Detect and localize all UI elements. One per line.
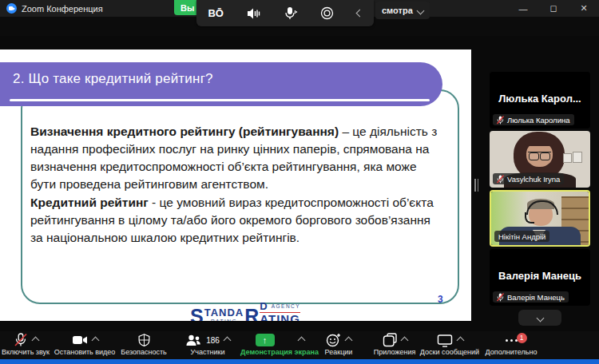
participant-name-plate: Люлька Каролина (493, 114, 574, 125)
toolbar-label: Доски сообщений (420, 348, 479, 356)
taskbar-edge (0, 359, 599, 364)
window-title: Zoom Конференция (22, 4, 103, 14)
shield-icon (137, 333, 151, 347)
mic-muted-icon (497, 175, 504, 184)
participant-name-plate: Нікітін Андрій (494, 231, 549, 242)
participant-name-plate: Vasylchuk Iryna (493, 173, 564, 184)
audio-options-chevron[interactable] (31, 336, 39, 344)
standard-rating-logo: S TANDA RATING R D AGENCY ATING (190, 301, 300, 321)
participants-button[interactable]: 186 Участники (169, 333, 246, 356)
reactions-smiley-icon (326, 333, 341, 347)
meeting-toolbar: Включить звук Остановить видео Безопасно… (0, 331, 599, 359)
view-options-dropdown[interactable]: смотра (375, 2, 430, 19)
close-icon[interactable]: ✕ (569, 3, 599, 14)
collapse-panel-icon[interactable] (355, 10, 363, 18)
slide-body-text: Визначення кредитного рейтингу (рейтингу… (30, 123, 444, 247)
floating-meeting-controls: BŌ (196, 0, 374, 26)
participant-label: Люлька Каролина (507, 116, 570, 125)
view-options-label: смотра (382, 6, 413, 15)
logo-letter-s: S (190, 308, 204, 321)
recording-status-icon[interactable] (320, 6, 334, 20)
toolbar-label: Безопасность (121, 348, 166, 356)
share-screen-icon: ↑ (256, 334, 275, 346)
reactions-chevron[interactable] (345, 336, 353, 344)
maximize-icon[interactable]: ◻ (538, 3, 569, 14)
toolbar-label: Дополнительно (486, 348, 538, 356)
participant-tile[interactable]: Vasylchuk Iryna (490, 131, 590, 188)
slide-page-number: 3 (438, 294, 443, 305)
participant-label: Нікітін Андрій (498, 232, 545, 241)
zoom-logo-icon (6, 3, 17, 14)
logo-rating-small: RATING (211, 318, 237, 321)
minimize-icon[interactable]: — (508, 4, 538, 14)
breakout-rooms-icon[interactable]: BŌ (208, 7, 224, 19)
gallery-collapse-button[interactable] (518, 310, 561, 326)
whiteboards-chevron[interactable] (456, 336, 464, 344)
presentation-slide: 2. Що таке кредитний рейтинг? Визначення… (0, 49, 471, 321)
speaker-icon[interactable] (247, 7, 261, 20)
participant-tile[interactable]: Люлька Карол... Люлька Каролина (490, 72, 590, 129)
participants-chevron[interactable] (223, 336, 231, 344)
participant-display-name: Валерія Манець (490, 270, 590, 282)
participants-count: 186 (206, 336, 220, 345)
participant-label: Vasylchuk Iryna (507, 175, 560, 184)
notification-badge: 1 (517, 333, 527, 343)
participant-tile-active-speaker[interactable]: Нікітін Андрій (490, 190, 590, 247)
mic-muted-icon (497, 293, 504, 302)
apps-icon (383, 333, 397, 347)
toolbar-label: Участники (191, 348, 225, 356)
logo-letter-r: R (244, 308, 259, 321)
definition-term: Визначення кредитного рейтингу (рейтингу… (30, 125, 339, 138)
mic-muted-icon (497, 116, 504, 125)
toolbar-label: Реакции (325, 348, 353, 356)
title-underline (10, 99, 430, 101)
whiteboard-icon (437, 334, 453, 347)
logo-letter-d: D (260, 301, 268, 311)
participant-label: Валерія Манець (507, 293, 565, 302)
more-dots-icon: 1 (506, 339, 518, 342)
logo-tanda: TANDA (204, 307, 244, 318)
credit-rating-term: Кредитний рейтинг (30, 196, 149, 209)
slide-title-banner: 2. Що таке кредитний рейтинг? (0, 62, 442, 106)
toolbar-label: Включить звук (2, 348, 50, 356)
toolbar-label: Приложения (374, 348, 416, 356)
logo-ating: ATING (260, 313, 300, 321)
participants-icon (185, 334, 201, 347)
microphone-icon[interactable] (284, 6, 297, 20)
logo-agency: AGENCY (272, 303, 300, 310)
resize-handle[interactable] (474, 179, 481, 192)
participant-tile[interactable]: Валерія Манець Валерія Манець (490, 249, 590, 306)
video-options-chevron[interactable] (91, 336, 99, 344)
camera-icon (72, 334, 88, 346)
participant-display-name: Люлька Карол... (490, 93, 590, 105)
chevron-down-icon (416, 6, 424, 14)
apps-chevron[interactable] (400, 336, 408, 344)
chevron-down-icon (536, 314, 544, 322)
slide-title: 2. Що таке кредитний рейтинг? (13, 71, 442, 87)
mic-muted-icon (14, 333, 28, 347)
more-button[interactable]: 1 Дополнительно (473, 333, 549, 356)
participant-name-plate: Валерія Манець (493, 291, 569, 303)
